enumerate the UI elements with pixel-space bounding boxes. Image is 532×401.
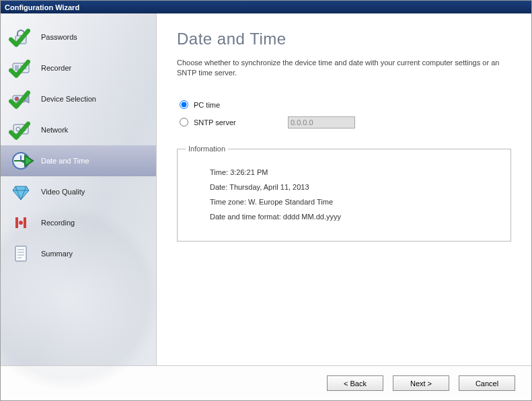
- option-sntp-row: SNTP server: [177, 115, 511, 130]
- page-description: Choose whether to synchronize the device…: [177, 58, 511, 79]
- back-button[interactable]: < Back: [327, 375, 383, 391]
- sidebar-item-label: Device Selection: [41, 95, 96, 103]
- svg-rect-19: [24, 217, 26, 228]
- diamond-icon: [10, 181, 32, 203]
- information-fieldset: Information Time: 3:26:21 PM Date: Thurs…: [177, 149, 511, 242]
- sntp-label: SNTP server: [194, 118, 288, 126]
- sidebar-item-device-selection[interactable]: Device Selection: [1, 83, 156, 114]
- sidebar-item-label: Video Quality: [41, 188, 85, 196]
- wizard-footer: < Back Next > Cancel: [1, 365, 531, 400]
- svg-point-20: [19, 221, 23, 225]
- window-body: Passwords Recorder Device Selection: [1, 13, 531, 365]
- configuration-wizard-window: Configuration Wizard Passwords Recorder: [0, 0, 532, 401]
- info-format: Date and time format: dddd MM.dd.yyyy: [210, 213, 496, 221]
- next-button[interactable]: Next >: [393, 375, 449, 391]
- sidebar-item-video-quality[interactable]: Video Quality: [1, 176, 156, 207]
- sidebar-item-date-and-time[interactable]: Date and Time: [1, 145, 156, 176]
- recorder-icon: [10, 57, 32, 79]
- sidebar-item-recorder[interactable]: Recorder: [1, 52, 156, 83]
- information-legend: Information: [186, 145, 228, 153]
- page-title: Date and Time: [177, 30, 511, 48]
- window-title: Configuration Wizard: [5, 3, 79, 11]
- info-time: Time: 3:26:21 PM: [210, 168, 496, 176]
- lock-icon: [10, 26, 32, 48]
- option-pc-time-row: PC time: [177, 98, 511, 112]
- sidebar-item-passwords[interactable]: Passwords: [1, 22, 156, 52]
- sidebar-item-label: Network: [41, 126, 68, 134]
- sntp-server-input[interactable]: [288, 116, 355, 129]
- camera-icon: [10, 88, 32, 110]
- info-date: Date: Thursday, April 11, 2013: [210, 183, 496, 191]
- svg-rect-18: [15, 217, 18, 228]
- record-icon: [10, 212, 32, 233]
- document-icon: [10, 243, 32, 264]
- sidebar-item-label: Recording: [41, 219, 75, 227]
- main-panel: Date and Time Choose whether to synchron…: [157, 13, 531, 365]
- sidebar-item-recording[interactable]: Recording: [1, 207, 156, 238]
- clock-icon: [10, 150, 32, 172]
- sidebar-item-label: Recorder: [41, 64, 71, 72]
- sidebar-item-network[interactable]: Network: [1, 114, 156, 145]
- network-icon: [10, 119, 32, 141]
- pc-time-radio[interactable]: [180, 100, 188, 109]
- sidebar-item-summary[interactable]: Summary: [1, 238, 156, 269]
- titlebar: Configuration Wizard: [1, 1, 531, 13]
- sntp-radio[interactable]: [180, 118, 188, 126]
- info-timezone: Time zone: W. Europe Standard Time: [210, 198, 496, 206]
- sidebar-item-label: Summary: [41, 250, 73, 258]
- svg-rect-21: [15, 246, 26, 261]
- sidebar-item-label: Date and Time: [41, 157, 89, 165]
- cancel-button[interactable]: Cancel: [459, 375, 515, 391]
- sidebar-item-label: Passwords: [41, 33, 77, 41]
- pc-time-label: PC time: [194, 101, 288, 109]
- wizard-sidebar: Passwords Recorder Device Selection: [1, 13, 157, 365]
